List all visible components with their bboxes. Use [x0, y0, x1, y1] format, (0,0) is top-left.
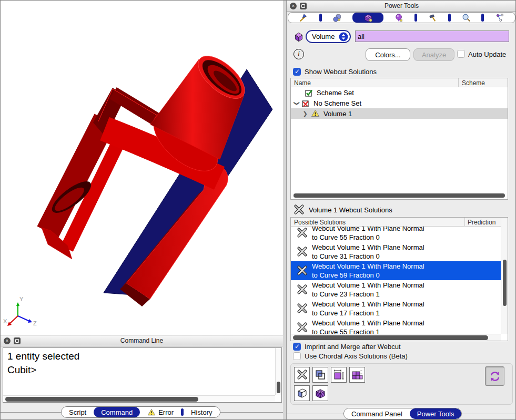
solutions-header-row: Volume 1 Webcut Solutions [293, 204, 392, 216]
webcut-scissors-icon [296, 246, 308, 258]
info-icon[interactable]: i [294, 49, 304, 59]
tree-col-scheme: Scheme [462, 79, 485, 87]
tab-meshing-tools[interactable] [352, 13, 383, 23]
panel-switch-tabs: Command Panel Power Tools [343, 408, 462, 419]
analyze-button[interactable]: Analyze [413, 48, 454, 61]
show-webcut-label: Show Webcut Solutions [305, 68, 377, 76]
scheme-tree[interactable]: Name Scheme Scheme Set ❯ No Scheme Set ❯… [290, 78, 508, 200]
solutions-header-label: Volume 1 Webcut Solutions [309, 206, 392, 214]
search-icon [461, 13, 471, 23]
graphics-viewport[interactable]: Y Z X [1, 1, 283, 335]
tab-repair-tools[interactable] [417, 13, 448, 23]
tab-geometry-tools[interactable] [322, 13, 353, 23]
solutions-horizontal-scrollbar[interactable] [291, 334, 501, 341]
model-canvas[interactable]: Y Z X [1, 1, 283, 335]
left-column: Y Z X × Command Line 1 entity selected C… [1, 1, 283, 420]
auto-update-label: Auto Update [468, 50, 506, 58]
webcut-toolbar [290, 363, 513, 405]
cube-face-icon [296, 387, 308, 399]
imprint-merge-label: Imprint and Merge after Webcut [305, 343, 401, 351]
tab-command-panel[interactable]: Command Panel [344, 408, 410, 419]
power-tools-titlebar: × Power Tools [287, 1, 516, 12]
webcut-button[interactable] [294, 367, 310, 383]
command-output-line: 1 entity selected [7, 350, 277, 363]
stacked-squares-icon [351, 369, 363, 381]
chevron-down-icon[interactable]: ❯ [294, 100, 300, 106]
entity-type-dropdown[interactable]: Volume [306, 30, 351, 43]
wizard-wand-icon [298, 13, 309, 23]
command-line-tabs: Script Command Error History [61, 406, 220, 418]
webcut-scissors-icon [296, 303, 308, 314]
command-line-titlebar: × Command Line [1, 335, 283, 346]
axes-triad: Y Z X [3, 296, 37, 326]
chordal-axis-checkbox[interactable] [293, 352, 301, 360]
node-graph-icon [494, 13, 505, 23]
hammer-icon [427, 13, 438, 23]
command-vertical-scrollbar[interactable] [275, 348, 281, 395]
tab-script[interactable]: Script [62, 407, 94, 417]
tree-row-scheme-set[interactable]: Scheme Set [291, 87, 508, 98]
action-row: i Colors... Analyze Auto Update [287, 48, 516, 63]
tab-command[interactable]: Command [94, 407, 140, 417]
warning-icon [147, 408, 156, 416]
command-prompt[interactable]: Cubit> [7, 363, 277, 377]
chordal-axis-row: Use Chordal Axis Solutions (Beta) [293, 352, 408, 360]
solution-row[interactable]: Webcut Volume 1 With Plane Normalto Curv… [291, 299, 501, 318]
webcut-solutions-list[interactable]: Possible Solutions Prediction Webcut Vol… [290, 217, 508, 341]
solution-row[interactable]: Webcut Volume 1 With Plane Normalto Curv… [291, 227, 501, 242]
auto-update-checkbox[interactable] [457, 50, 465, 58]
chordal-axis-label: Use Chordal Axis Solutions (Beta) [305, 352, 408, 360]
webcut-scissors-icon [296, 227, 308, 239]
entity-id-input[interactable] [355, 30, 509, 42]
close-icon[interactable]: × [290, 3, 297, 9]
chevron-right-icon[interactable]: ❯ [302, 110, 308, 117]
power-tools-title: Power Tools [287, 2, 516, 9]
command-horizontal-scrollbar[interactable] [3, 395, 275, 402]
solutions-vertical-scrollbar[interactable] [501, 218, 508, 334]
tab-power-tools[interactable]: Power Tools [410, 408, 462, 419]
mesh-cube-icon [363, 13, 373, 23]
command-output-area[interactable]: 1 entity selected Cubit> [3, 347, 282, 403]
solution-row-selected[interactable]: Webcut Volume 1 With Plane Normalto Curv… [291, 261, 501, 280]
imprint-merge-checkbox[interactable] [293, 343, 301, 351]
solution-row[interactable]: Webcut Volume 1 With Plane Normalto Curv… [291, 280, 501, 299]
tree-row-no-scheme-set[interactable]: ❯ No Scheme Set [291, 98, 508, 108]
webcut-scissors-icon [296, 322, 308, 333]
mesh-preview-button[interactable] [349, 367, 365, 383]
refresh-solutions-button[interactable] [485, 366, 504, 386]
warning-icon [311, 109, 320, 118]
solution-row[interactable]: Webcut Volume 1 With Plane Normalto Curv… [291, 242, 501, 261]
detach-window-icon[interactable] [300, 3, 307, 9]
show-webcut-row: Show Webcut Solutions [293, 68, 377, 76]
tab-graph-tools[interactable] [484, 13, 515, 23]
show-webcut-checkbox[interactable] [293, 68, 301, 76]
no-scheme-cross-icon [301, 99, 310, 108]
voxel-cube-icon [315, 387, 326, 399]
tree-horizontal-scrollbar[interactable] [292, 193, 506, 198]
imprint-button[interactable] [312, 367, 328, 383]
tab-history[interactable]: History [184, 407, 219, 417]
refresh-arrows-icon [489, 370, 501, 383]
measure-button[interactable] [331, 367, 347, 383]
webcut-scissors-icon [296, 369, 308, 381]
close-icon[interactable]: × [4, 337, 11, 344]
geometry-icon [332, 13, 342, 23]
tab-geometry-wizard[interactable] [288, 13, 319, 23]
detach-window-icon[interactable] [14, 337, 21, 344]
panel-divider[interactable] [283, 1, 287, 420]
tab-error[interactable]: Error [140, 407, 181, 417]
command-line-title: Command Line [1, 337, 283, 344]
voxel-mesh-button[interactable] [312, 385, 328, 401]
power-tools-tabbar [288, 12, 515, 23]
cubit-application-window: Y Z X × Command Line 1 entity selected C… [0, 0, 516, 420]
tree-row-volume-1[interactable]: ❯ Volume 1 [291, 108, 508, 119]
solution-row[interactable]: Webcut Volume 1 With Plane Normalto Curv… [291, 318, 501, 334]
cube-face-button[interactable] [294, 385, 310, 401]
entity-type-value: Volume [312, 33, 335, 40]
tab-fea-tools[interactable] [383, 13, 414, 23]
tab-search-tools[interactable] [451, 13, 482, 23]
list-col-prediction: Prediction [468, 219, 495, 226]
colors-button[interactable]: Colors... [366, 48, 410, 61]
sphere-probe-icon [394, 13, 404, 23]
imprint-merge-row: Imprint and Merge after Webcut [293, 343, 401, 351]
